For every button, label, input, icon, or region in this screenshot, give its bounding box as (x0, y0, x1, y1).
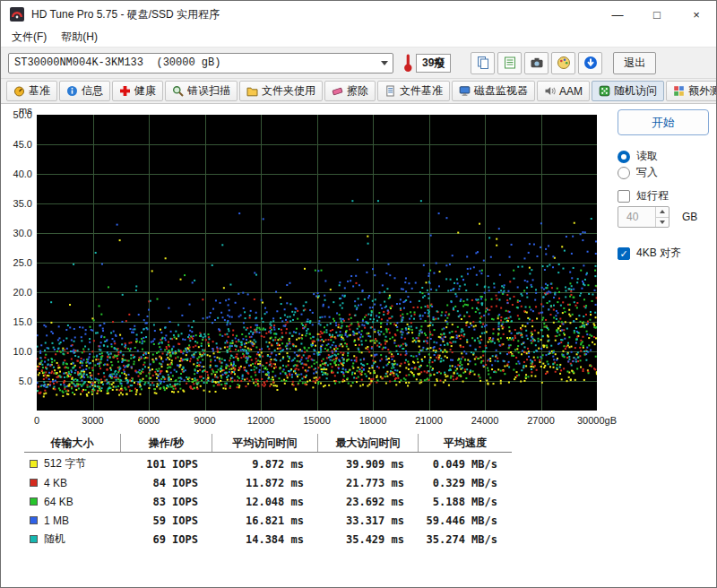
table-cell-ops: 83 IOPS (121, 492, 212, 511)
table-cell-speed: 0.049 MB/s (419, 454, 512, 473)
color-options-button[interactable] (551, 52, 575, 74)
close-button[interactable]: × (677, 1, 716, 28)
y-axis-tick: 20.0 (4, 287, 32, 298)
y-axis-tick: 45.0 (4, 139, 32, 151)
table-cell-ops: 69 IOPS (121, 530, 212, 549)
write-radio[interactable]: 写入 (618, 165, 658, 180)
table-cell-speed: 59.446 MB/s (419, 511, 512, 530)
tab-bar: 基准 信息 健康 错误扫描 文件夹使用 擦除 文件基准 磁盘监视器 (1, 79, 716, 104)
file-benchmark-icon (384, 85, 396, 97)
read-radio[interactable]: 读取 (618, 149, 658, 164)
table-cell-speed: 5.188 MB/s (419, 492, 512, 511)
drive-selector[interactable]: ST30000NM004K-3KM133 (30000 gB) (8, 53, 393, 74)
col-header-transfer-size: 传输大小 (24, 434, 121, 452)
window-controls: — □ × (598, 1, 716, 28)
temperature-value: 39癈 (416, 54, 451, 73)
maximize-button[interactable]: □ (637, 1, 677, 28)
x-axis-tick: 12000 (247, 415, 275, 426)
screenshot-button[interactable] (524, 52, 549, 74)
checkbox-checked-icon (618, 247, 630, 260)
table-row-label: 64 KB (24, 492, 121, 511)
x-axis-tick: 15000 (303, 415, 331, 426)
copy-report-button[interactable] (497, 52, 522, 74)
hd-tune-window: HD Tune Pro 5.75 - 硬盘/SSD 实用程序 — □ × 文件(… (0, 0, 717, 588)
4kb-align-checkbox[interactable]: 4KB 对齐 (618, 246, 681, 261)
tab-benchmark[interactable]: 基准 (6, 81, 57, 101)
table-cell-ops: 101 IOPS (121, 454, 212, 473)
x-axis-tick: 21000 (415, 415, 443, 426)
start-button[interactable]: 开始 (618, 109, 709, 135)
spinner-down-button[interactable] (656, 217, 669, 228)
menu-help[interactable]: 帮助(H) (54, 28, 105, 47)
table-row-label: 4 KB (24, 473, 121, 492)
radio-selected-icon (618, 151, 630, 163)
y-axis-tick: 30.0 (4, 228, 32, 239)
exit-button[interactable]: 退出 (613, 52, 656, 74)
checkbox-unchecked-icon (618, 190, 630, 203)
series-color-swatch (30, 516, 38, 524)
capacity-unit-label: GB (682, 211, 697, 223)
menu-file[interactable]: 文件(F) (4, 28, 54, 47)
series-color-swatch (30, 460, 38, 468)
x-axis-tick: 30000gB (577, 415, 617, 426)
table-cell-max: 33.317 ms (318, 511, 419, 530)
copy-icon (476, 56, 490, 70)
col-header-avg-speed: 平均速度 (419, 434, 512, 452)
capacity-input[interactable]: 40 (618, 206, 669, 228)
minimize-button[interactable]: — (598, 1, 637, 28)
y-axis-tick: 25.0 (4, 257, 32, 269)
camera-icon (530, 56, 544, 70)
error-scan-icon (172, 85, 184, 97)
series-color-swatch (30, 479, 38, 487)
random-access-view: ms 50.045.040.035.030.025.020.015.010.05… (1, 104, 716, 587)
table-cell-max: 23.692 ms (318, 492, 419, 511)
random-access-icon (599, 85, 610, 97)
col-header-max-access: 最大访问时间 (318, 434, 419, 452)
table-cell-speed: 0.329 MB/s (419, 473, 512, 492)
save-button[interactable] (578, 52, 602, 74)
tab-aam[interactable]: AAM (537, 81, 590, 101)
folder-usage-icon (246, 85, 258, 97)
tab-file-benchmark[interactable]: 文件基准 (377, 81, 450, 101)
random-access-scatter-chart (37, 115, 597, 411)
erase-icon (332, 85, 343, 97)
tab-error-scan[interactable]: 错误扫描 (165, 81, 238, 101)
table-row-label: 512 字节 (24, 454, 121, 473)
table-row-label: 随机 (24, 530, 121, 549)
col-header-avg-access: 平均访问时间 (212, 434, 318, 452)
tab-folder-usage[interactable]: 文件夹使用 (239, 81, 323, 101)
table-header-divider (24, 452, 512, 453)
app-icon (10, 7, 24, 22)
tab-erase[interactable]: 擦除 (324, 81, 376, 101)
aam-icon (544, 85, 556, 97)
radio-unselected-icon (618, 167, 630, 179)
short-stroke-checkbox[interactable]: 短行程 (618, 188, 669, 203)
health-icon (119, 85, 131, 97)
tab-info[interactable]: 信息 (59, 81, 110, 101)
x-axis-tick: 24000 (471, 415, 499, 426)
table-cell-avg: 9.872 ms (212, 454, 318, 473)
table-cell-avg: 14.384 ms (212, 530, 318, 549)
x-axis-tick: 3000 (82, 415, 103, 426)
y-axis-tick: 5.0 (4, 376, 32, 387)
capacity-value: 40 (618, 207, 655, 227)
table-row-label: 1 MB (24, 511, 121, 530)
tab-disk-monitor[interactable]: 磁盘监视器 (452, 81, 535, 101)
table-cell-max: 39.909 ms (318, 454, 419, 473)
toolbar: ST30000NM004K-3KM133 (30000 gB) 39癈 (1, 48, 716, 79)
table-cell-avg: 12.048 ms (212, 492, 318, 511)
y-axis-tick: 15.0 (4, 316, 32, 328)
y-axis-tick: 40.0 (4, 169, 32, 180)
table-cell-avg: 16.821 ms (212, 511, 318, 530)
save-icon (583, 56, 598, 70)
table-cell-ops: 59 IOPS (121, 511, 212, 530)
copy-button[interactable] (471, 52, 495, 74)
thermometer-icon (402, 53, 413, 73)
tab-extra-tests[interactable]: 额外测试 (666, 81, 717, 101)
tab-health[interactable]: 健康 (112, 81, 163, 101)
spinner-up-button[interactable] (656, 207, 669, 217)
palette-icon (557, 56, 571, 70)
toolbar-buttons (471, 52, 602, 74)
menu-bar: 文件(F) 帮助(H) (1, 28, 716, 48)
tab-random-access[interactable]: 随机访问 (592, 81, 664, 101)
